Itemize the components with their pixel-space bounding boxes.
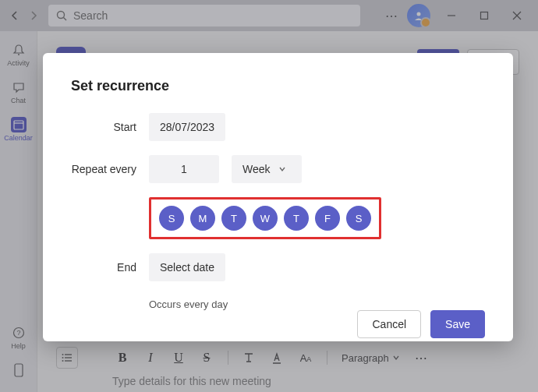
- end-date-field[interactable]: Select date: [149, 253, 225, 281]
- modal-footer: Cancel Save: [71, 310, 485, 338]
- day-sunday[interactable]: S: [159, 206, 184, 231]
- start-label: Start: [71, 121, 136, 133]
- day-wednesday[interactable]: W: [253, 206, 278, 231]
- cancel-button[interactable]: Cancel: [357, 310, 421, 338]
- end-row: End Select date: [71, 253, 485, 281]
- day-monday[interactable]: M: [190, 206, 215, 231]
- modal-title: Set recurrence: [71, 78, 485, 94]
- day-thursday[interactable]: T: [284, 206, 309, 231]
- interval-field[interactable]: 1: [149, 155, 219, 183]
- start-row: Start 28/07/2023: [71, 113, 485, 141]
- chevron-down-icon: [278, 165, 286, 173]
- days-of-week: S M T W T F S: [149, 197, 381, 239]
- unit-select[interactable]: Week: [232, 155, 302, 183]
- save-button[interactable]: Save: [430, 310, 485, 338]
- repeat-row: Repeat every 1 Week: [71, 155, 485, 183]
- day-tuesday[interactable]: T: [221, 206, 246, 231]
- days-row: S M T W T F S: [71, 197, 485, 239]
- recurrence-summary: Occurs every day: [149, 298, 485, 310]
- day-friday[interactable]: F: [315, 206, 340, 231]
- day-saturday[interactable]: S: [346, 206, 371, 231]
- repeat-label: Repeat every: [71, 163, 136, 175]
- unit-value: Week: [242, 163, 271, 175]
- end-label: End: [71, 261, 136, 274]
- start-date-field[interactable]: 28/07/2023: [149, 113, 225, 141]
- recurrence-modal: Set recurrence Start 28/07/2023 Repeat e…: [43, 53, 513, 341]
